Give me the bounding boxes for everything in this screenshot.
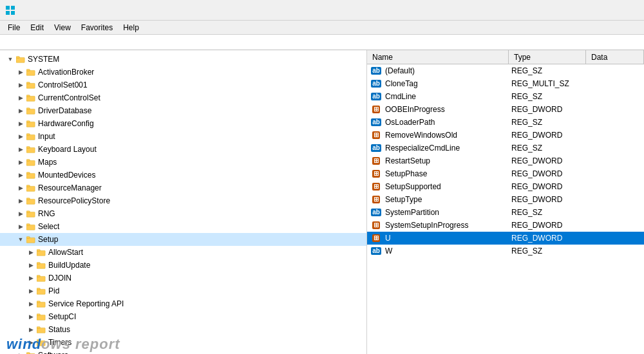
registry-list: ab (Default) REG_SZ ab CloneTag REG_MULT… bbox=[367, 64, 644, 354]
tree-toggle[interactable]: ▶ bbox=[15, 118, 26, 129]
tree-toggle[interactable]: ▼ bbox=[5, 54, 15, 64]
tree-toggle[interactable]: ▶ bbox=[15, 196, 26, 206]
tree-item[interactable]: ▶ DJOIN bbox=[0, 272, 366, 284]
menu-file[interactable]: File bbox=[3, 22, 25, 33]
tree-item[interactable]: ▶ Input bbox=[0, 130, 366, 143]
dword-icon: ⊞ bbox=[372, 196, 380, 203]
reg-item[interactable]: ⊞ SetupType REG_DWORD bbox=[367, 193, 644, 206]
tree-toggle[interactable]: ▶ bbox=[26, 260, 36, 270]
reg-item[interactable]: ⊞ SystemSetupInProgress REG_DWORD bbox=[367, 219, 644, 232]
tree-toggle[interactable]: ▶ bbox=[15, 80, 26, 90]
tree-toggle[interactable]: ▶ bbox=[26, 337, 36, 348]
tree-toggle[interactable]: ▶ bbox=[26, 324, 36, 335]
folder-icon bbox=[26, 93, 36, 103]
tree-toggle[interactable]: ▶ bbox=[15, 106, 26, 116]
tree-item[interactable]: ▶ Keyboard Layout bbox=[0, 143, 366, 156]
menu-help[interactable]: Help bbox=[118, 22, 144, 33]
tree-toggle[interactable]: ▶ bbox=[26, 273, 36, 283]
reg-item[interactable]: ⊞ RestartSetup REG_DWORD bbox=[367, 154, 644, 167]
tree-toggle[interactable]: ▶ bbox=[15, 157, 26, 167]
svg-rect-39 bbox=[37, 275, 40, 277]
tree-toggle[interactable]: ▼ bbox=[15, 234, 26, 245]
minimize-button[interactable] bbox=[550, 0, 580, 21]
reg-item[interactable]: ab (Default) REG_SZ bbox=[367, 64, 644, 77]
folder-icon bbox=[36, 247, 46, 257]
reg-name: SetupType bbox=[383, 195, 509, 204]
dword-icon: ⊞ bbox=[372, 170, 380, 178]
folder-icon bbox=[26, 183, 36, 193]
tree-item[interactable]: ▶ RNG bbox=[0, 207, 366, 220]
tree-toggle[interactable]: ▶ bbox=[26, 286, 36, 296]
tree-toggle[interactable]: ▶ bbox=[15, 209, 26, 219]
tree-item[interactable]: ▶ MountedDevices bbox=[0, 169, 366, 182]
reg-name: SetupSupported bbox=[383, 182, 509, 191]
reg-item[interactable]: ⊞ SetupSupported REG_DWORD bbox=[367, 180, 644, 193]
svg-rect-42 bbox=[37, 302, 45, 307]
tree-item[interactable]: ▼ SYSTEM bbox=[0, 53, 366, 66]
tree-item[interactable]: ▶ Pid bbox=[0, 284, 366, 297]
svg-rect-32 bbox=[26, 238, 35, 243]
tree-item-label: SetupCI bbox=[48, 312, 76, 321]
tree-toggle[interactable]: ▶ bbox=[15, 170, 26, 180]
svg-rect-41 bbox=[37, 288, 40, 290]
tree-item[interactable]: ▶ ActivationBroker bbox=[0, 66, 366, 79]
menu-edit[interactable]: Edit bbox=[25, 22, 49, 33]
svg-rect-21 bbox=[26, 160, 30, 162]
ab-icon: ab bbox=[371, 80, 381, 88]
tree-toggle[interactable]: ▶ bbox=[15, 144, 26, 154]
reg-name: OsLoaderPath bbox=[383, 118, 509, 127]
tree-toggle[interactable]: ▶ bbox=[26, 299, 36, 309]
tree-toggle[interactable]: ▶ bbox=[15, 131, 26, 142]
reg-item[interactable]: ⊞ RemoveWindowsOld REG_DWORD bbox=[367, 129, 644, 142]
reg-item[interactable]: ab W REG_SZ bbox=[367, 245, 644, 257]
maximize-button[interactable] bbox=[580, 0, 609, 21]
reg-item[interactable]: ab OsLoaderPath REG_SZ bbox=[367, 116, 644, 129]
tree-toggle[interactable]: ▶ bbox=[15, 93, 26, 103]
tree-item[interactable]: ▶ DriverDatabase bbox=[0, 104, 366, 117]
reg-item[interactable]: ⊞ OOBEInProgress REG_DWORD bbox=[367, 103, 644, 116]
tree-item[interactable]: ▶ Software bbox=[0, 349, 366, 354]
reg-icon: ⊞ bbox=[370, 167, 383, 180]
close-button[interactable] bbox=[609, 0, 639, 21]
tree-item[interactable]: ▶ BuildUpdate bbox=[0, 259, 366, 272]
tree-item[interactable]: ▶ HardwareConfig bbox=[0, 117, 366, 130]
tree-item[interactable]: ▶ Status bbox=[0, 323, 366, 336]
menu-favorites[interactable]: Favorites bbox=[76, 22, 118, 33]
reg-item[interactable]: ab CmdLine REG_SZ bbox=[367, 90, 644, 103]
svg-rect-44 bbox=[37, 315, 45, 320]
reg-item[interactable]: ab RespecializeCmdLine REG_SZ bbox=[367, 142, 644, 154]
tree-item[interactable]: ▶ SetupCI bbox=[0, 310, 366, 323]
svg-rect-36 bbox=[37, 263, 45, 268]
svg-rect-46 bbox=[37, 328, 45, 333]
tree-item[interactable]: ▶ ResourceManager bbox=[0, 182, 366, 194]
tree-item[interactable]: ▶ ResourcePolicyStore bbox=[0, 194, 366, 207]
svg-rect-20 bbox=[26, 160, 35, 165]
reg-icon: ⊞ bbox=[370, 154, 383, 167]
tree-toggle[interactable]: ▶ bbox=[26, 247, 36, 257]
reg-name: U bbox=[383, 234, 509, 243]
tree-item[interactable]: ▼ Setup bbox=[0, 233, 366, 246]
tree-item[interactable]: ▶ Maps bbox=[0, 156, 366, 169]
tree-toggle[interactable]: ▶ bbox=[15, 221, 26, 232]
tree-item[interactable]: ▶ ControlSet001 bbox=[0, 79, 366, 91]
menu-view[interactable]: View bbox=[49, 22, 76, 33]
tree-item[interactable]: ▶ AllowStart bbox=[0, 246, 366, 259]
tree-toggle[interactable]: ▶ bbox=[15, 183, 26, 193]
reg-item[interactable]: ab CloneTag REG_MULTI_SZ bbox=[367, 77, 644, 90]
dword-icon: ⊞ bbox=[372, 131, 380, 139]
tree-item[interactable]: ▶ CurrentControlSet bbox=[0, 91, 366, 104]
reg-item[interactable]: ⊞ U REG_DWORD bbox=[367, 232, 644, 245]
svg-rect-14 bbox=[26, 122, 35, 127]
reg-type: REG_SZ bbox=[509, 144, 586, 153]
tree-toggle[interactable]: ▶ bbox=[15, 350, 26, 354]
reg-name: CloneTag bbox=[383, 79, 509, 88]
tree-item[interactable]: ▶ Select bbox=[0, 220, 366, 233]
tree-toggle[interactable]: ▶ bbox=[26, 312, 36, 322]
reg-item[interactable]: ab SystemPartition REG_SZ bbox=[367, 206, 644, 219]
tree-item[interactable]: ▶ Timers bbox=[0, 336, 366, 349]
tree-toggle[interactable]: ▶ bbox=[15, 67, 26, 77]
tree-item[interactable]: ▶ Service Reporting API bbox=[0, 297, 366, 310]
reg-name: OOBEInProgress bbox=[383, 105, 509, 114]
folder-icon bbox=[26, 144, 36, 154]
reg-item[interactable]: ⊞ SetupPhase REG_DWORD bbox=[367, 167, 644, 180]
